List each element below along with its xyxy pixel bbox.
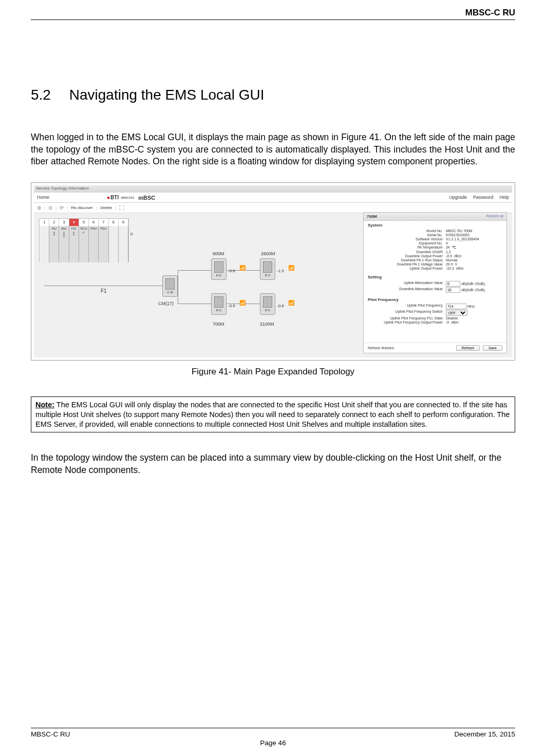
footer-left: MBSC-C RU bbox=[31, 730, 70, 738]
band-800m: 800M bbox=[213, 251, 224, 256]
band-700m: 700M bbox=[213, 322, 224, 327]
slot-8[interactable]: 8 bbox=[109, 219, 119, 226]
zoom-out-icon[interactable]: ⊖ bbox=[48, 205, 52, 211]
footer-right: December 15, 2015 bbox=[454, 730, 515, 738]
band-2600m: 2600M bbox=[261, 251, 275, 256]
node-2100m[interactable]: B D bbox=[260, 293, 275, 315]
panel-footer: Refresh finished. Refresh Save bbox=[364, 343, 506, 353]
fiber-label: F1 bbox=[101, 288, 107, 294]
brand-logo: BTI WIRELESS mBSC bbox=[107, 195, 155, 201]
system-title: System bbox=[368, 223, 502, 228]
save-button[interactable]: Save bbox=[483, 345, 502, 351]
antenna-icon: 📶 bbox=[239, 300, 246, 306]
properties-panel: 700M Restore all System Model No.MBSC RU… bbox=[363, 212, 507, 353]
slot-1[interactable]: 1 bbox=[40, 219, 49, 226]
section-number: 5.2 bbox=[31, 87, 51, 103]
card-8[interactable] bbox=[109, 226, 119, 262]
antenna-icon: 📶 bbox=[239, 265, 246, 271]
slot-2[interactable]: 2 bbox=[49, 219, 59, 226]
slot-5[interactable]: 5 bbox=[79, 219, 89, 226]
intro-paragraph: When logged in to the EMS Local GUI, it … bbox=[31, 131, 515, 168]
note-box: Note: The EMS Local GUI will only displa… bbox=[31, 396, 515, 433]
topology-diagram: C M CM(17) 800M 2600M 700M 2100M B D -0.… bbox=[147, 252, 316, 339]
slot-4[interactable]: 4 bbox=[69, 219, 79, 226]
section-title: Navigating the EMS Local GUI bbox=[69, 87, 265, 103]
node-800m[interactable]: B D bbox=[211, 258, 227, 280]
card-fiu-2[interactable]: FIU bbox=[49, 226, 59, 262]
menubar: Home Upgrade Password Help bbox=[34, 193, 512, 203]
menu-password[interactable]: Password bbox=[473, 195, 494, 200]
delete-button[interactable]: Delete bbox=[100, 205, 112, 210]
node-700m[interactable]: B D bbox=[211, 293, 227, 315]
downlink-att-input[interactable] bbox=[446, 287, 460, 293]
window-title: Service Topology Information bbox=[36, 186, 89, 191]
host-unit-shelf[interactable]: 1 2 3 4 5 6 7 8 9 FIU BIU FIU RCU PSU PS… bbox=[39, 218, 129, 262]
card-9[interactable] bbox=[119, 226, 128, 262]
node-2600m[interactable]: B D bbox=[260, 258, 275, 280]
slot-9[interactable]: 9 bbox=[119, 219, 128, 226]
restore-link[interactable]: Restore all bbox=[486, 214, 503, 218]
slot-7[interactable]: 7 bbox=[99, 219, 108, 226]
card-rcu[interactable]: RCU bbox=[79, 226, 89, 262]
power-700m: -0.9 bbox=[228, 304, 235, 308]
pilot-title: Pilot Frequency bbox=[368, 297, 502, 302]
section-heading: 5.2 Navigating the EMS Local GUI bbox=[31, 87, 515, 103]
note-label: Note: bbox=[35, 401, 54, 409]
figure-container: Service Topology Information Home Upgrad… bbox=[31, 182, 515, 361]
brand-name: BTI bbox=[107, 195, 119, 200]
setting-section: Setting Uplink Attenuation Value dB(0dB~… bbox=[364, 273, 506, 295]
band-2100m: 2100M bbox=[260, 322, 274, 327]
page-footer: MBSC-C RU December 15, 2015 Page 46 bbox=[31, 728, 515, 747]
power-2100m: -0.8 bbox=[277, 304, 284, 308]
closing-paragraph: In the topology window the system can be… bbox=[31, 452, 515, 476]
menu-upgrade[interactable]: Upgrade bbox=[449, 195, 467, 200]
antenna-icon: 📶 bbox=[288, 265, 294, 271]
system-section: System Model No.MBSC RU 700M Serial No.0… bbox=[364, 221, 506, 273]
refresh-icon[interactable]: ⟳ bbox=[60, 205, 64, 211]
refresh-button[interactable]: Refresh bbox=[456, 345, 480, 351]
setting-title: Setting bbox=[368, 275, 502, 279]
card-biu[interactable]: BIU bbox=[59, 226, 69, 262]
shelf-port-label: 0 bbox=[130, 232, 133, 236]
screenshot-area: Service Topology Information Home Upgrad… bbox=[34, 185, 512, 357]
menu-help[interactable]: Help bbox=[499, 195, 509, 200]
slot-6[interactable]: 6 bbox=[89, 219, 99, 226]
window-titlebar: Service Topology Information bbox=[34, 185, 512, 193]
zoom-in-icon[interactable]: ⊕ bbox=[37, 205, 41, 211]
pilot-section: Pilot Frequency Uplink Pilot Frequency M… bbox=[364, 295, 506, 327]
power-2600m: -1.5 bbox=[277, 269, 284, 273]
product-name: mBSC bbox=[138, 195, 155, 201]
panel-header: 700M Restore all bbox=[364, 213, 506, 221]
note-text: The EMS Local GUI will only display the … bbox=[35, 401, 510, 428]
rediscover-button[interactable]: Re-discover bbox=[71, 205, 93, 210]
cm-label: CM(17) bbox=[158, 301, 174, 306]
footer-page: Page 46 bbox=[31, 739, 515, 747]
brand-sub: WIRELESS bbox=[121, 196, 134, 199]
uplink-att-input[interactable] bbox=[446, 281, 460, 287]
tree-icon[interactable]: ⛶ bbox=[119, 205, 124, 211]
node-cm[interactable]: C M bbox=[162, 275, 178, 297]
panel-title: 700M bbox=[367, 214, 377, 219]
antenna-icon: 📶 bbox=[288, 300, 294, 306]
pilot-switch-select[interactable]: OFF bbox=[446, 310, 467, 316]
power-800m: -0.8 bbox=[228, 269, 235, 273]
panel-status: Refresh finished. bbox=[368, 346, 395, 350]
card-fiu-4[interactable]: FIU bbox=[69, 226, 79, 262]
figure-caption: Figure 41- Main Page Expanded Topology bbox=[31, 367, 515, 377]
page-header: MBSC-C RU bbox=[31, 0, 515, 20]
header-title: MBSC-C RU bbox=[465, 8, 515, 17]
toolbar: ⊕ | ⊖ | ⟳ | Re-discover | Delete | ⛶ bbox=[34, 203, 512, 213]
slot-3[interactable]: 3 bbox=[59, 219, 69, 226]
pilot-freq-input[interactable] bbox=[446, 304, 466, 309]
menu-home[interactable]: Home bbox=[37, 195, 49, 200]
card-psu-6[interactable]: PSU bbox=[89, 226, 99, 262]
card-psu-7[interactable]: PSU bbox=[99, 226, 108, 262]
card-1[interactable] bbox=[40, 226, 49, 262]
